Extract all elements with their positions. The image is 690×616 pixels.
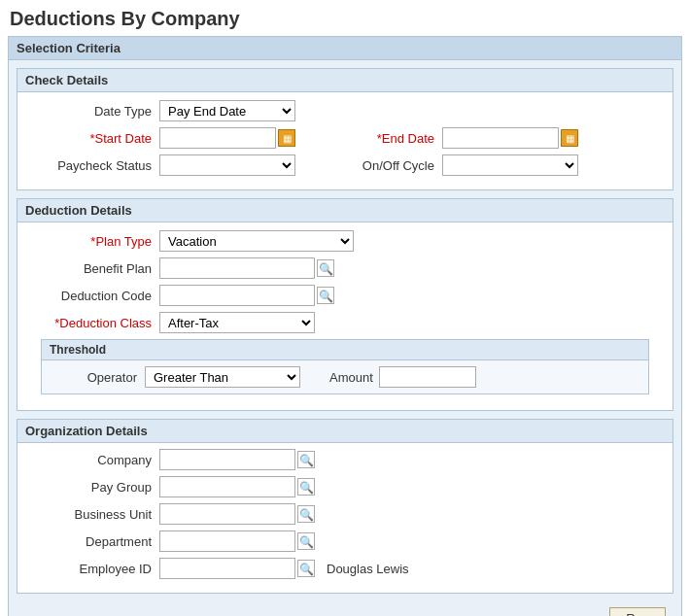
date-range-row: *Start Date 01/01/2014 ▦ *End Date 08/31… [33,127,657,149]
employee-id-input[interactable]: KU0001 [159,558,295,579]
date-type-label: Date Type [33,104,159,119]
threshold-row: Operator Greater Than Less Than Equal To… [42,360,648,394]
department-input[interactable] [159,530,295,552]
on-off-cycle-label: On/Off Cycle [345,158,442,173]
on-off-cycle-col: On/Off Cycle [345,154,657,176]
date-type-select[interactable]: Pay End Date Check Date Payment Date [159,100,295,121]
footer: Run [9,601,681,616]
end-date-col: *End Date 08/31/2014 ▦ [345,127,657,149]
paycheck-status-label: Paycheck Status [33,158,159,173]
run-button[interactable]: Run [609,607,666,616]
department-label: Department [33,534,159,549]
deduction-class-label: *Deduction Class [33,316,159,330]
employee-name: Douglas Lewis [327,562,409,576]
business-unit-input[interactable] [159,503,295,525]
deduction-code-label: Deduction Code [33,289,159,303]
plan-type-label: *Plan Type [33,234,159,249]
organization-details-form: Company 🔍 Pay Group 🔍 Business Unit 🔍 De… [17,443,673,593]
operator-select[interactable]: Greater Than Less Than Equal To Greater … [145,366,300,388]
deduction-code-row: Deduction Code 🔍 [33,285,657,306]
check-details-panel: Check Details Date Type Pay End Date Che… [17,68,673,190]
paycheck-status-col: Paycheck Status [33,154,345,176]
plan-type-select[interactable]: Vacation Medical Dental Vision [159,230,354,252]
start-date-col: *Start Date 01/01/2014 ▦ [33,127,345,149]
pay-group-search-icon[interactable]: 🔍 [297,478,315,496]
department-search-icon[interactable]: 🔍 [297,532,315,550]
company-input[interactable] [159,449,295,470]
deduction-code-input[interactable] [159,285,315,306]
selection-criteria-panel: Selection Criteria Check Details Date Ty… [8,36,682,616]
pay-group-row: Pay Group 🔍 [33,476,657,497]
end-date-calendar-icon[interactable]: ▦ [561,129,578,147]
amount-input[interactable]: 0.00 [379,366,476,388]
company-label: Company [33,453,159,467]
deduction-code-search-icon[interactable]: 🔍 [317,287,334,304]
company-search-icon[interactable]: 🔍 [297,451,315,468]
threshold-header: Threshold [42,340,648,360]
benefit-plan-row: Benefit Plan 🔍 [33,257,657,279]
business-unit-search-icon[interactable]: 🔍 [297,505,315,523]
organization-details-panel: Organization Details Company 🔍 Pay Group… [17,419,673,594]
date-type-row: Date Type Pay End Date Check Date Paymen… [33,100,657,121]
benefit-plan-label: Benefit Plan [33,261,159,276]
deduction-class-row: *Deduction Class After-Tax Pre-Tax Non-T… [33,312,657,333]
start-date-calendar-icon[interactable]: ▦ [278,129,295,147]
paycheck-status-select[interactable] [159,154,295,176]
employee-id-label: Employee ID [33,562,159,576]
employee-id-row: Employee ID KU0001 🔍 Douglas Lewis [33,558,657,579]
amount-label: Amount [329,370,373,385]
check-details-header: Check Details [17,69,673,92]
start-date-input[interactable]: 01/01/2014 [159,127,276,149]
benefit-plan-search-icon[interactable]: 🔍 [317,259,334,277]
department-row: Department 🔍 [33,530,657,552]
plan-type-row: *Plan Type Vacation Medical Dental Visio… [33,230,657,252]
pay-group-input[interactable] [159,476,295,497]
company-row: Company 🔍 [33,449,657,470]
end-date-label: *End Date [345,131,442,146]
start-date-label: *Start Date [33,131,159,146]
status-cycle-row: Paycheck Status On/Off Cycle [33,154,657,176]
threshold-panel: Threshold Operator Greater Than Less Tha… [41,339,649,394]
deduction-details-form: *Plan Type Vacation Medical Dental Visio… [17,222,673,410]
employee-id-search-icon[interactable]: 🔍 [297,560,315,577]
benefit-plan-input[interactable] [159,257,315,279]
deduction-details-panel: Deduction Details *Plan Type Vacation Me… [17,198,673,411]
selection-criteria-header: Selection Criteria [9,37,681,60]
organization-details-header: Organization Details [17,420,673,443]
business-unit-label: Business Unit [33,507,159,522]
on-off-cycle-select[interactable] [442,154,578,176]
deduction-class-select[interactable]: After-Tax Pre-Tax Non-Taxable [159,312,315,333]
business-unit-row: Business Unit 🔍 [33,503,657,525]
end-date-input[interactable]: 08/31/2014 [442,127,559,149]
operator-label: Operator [57,370,145,385]
pay-group-label: Pay Group [33,480,159,495]
deduction-details-header: Deduction Details [17,199,673,222]
check-details-form: Date Type Pay End Date Check Date Paymen… [17,92,673,189]
page-title: Deductions By Company [0,0,690,36]
